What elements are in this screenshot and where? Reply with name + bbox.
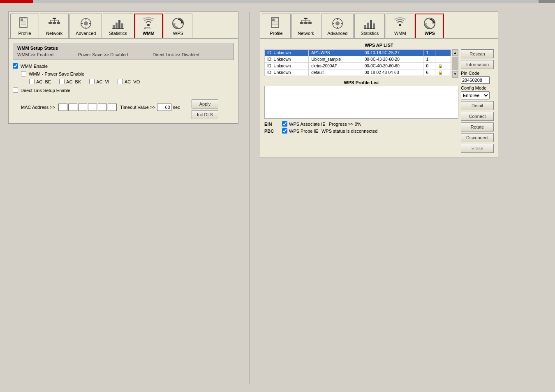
left-tab-network-label: Network [46, 31, 62, 36]
ap-id-3: ID: Unknown [265, 63, 309, 69]
table-row[interactable]: ID: Unknown AP1-WPS 00-10-18-9C-25-27 1 [265, 50, 451, 56]
ein-row: EIN WPS Associate IE Progress >> 0% [264, 121, 458, 127]
mac-segment-1[interactable] [58, 104, 67, 111]
config-mode-select[interactable]: Enrollee Registrar [461, 91, 490, 99]
main-container: Profile Network [0, 3, 555, 392]
pbc-label: PBC [264, 129, 279, 134]
left-tab-wmm[interactable]: WPS WMM [134, 14, 163, 38]
right-network-icon [299, 17, 312, 30]
svg-point-57 [399, 24, 401, 26]
rotate-button[interactable]: Rotate [461, 122, 494, 131]
ac-be-checkbox[interactable] [29, 79, 35, 84]
ap-list-scrollbar[interactable]: ▲ ▼ [452, 49, 458, 78]
mac-segment-4[interactable] [88, 104, 97, 111]
ac-vi-checkbox[interactable] [89, 79, 95, 84]
left-tab-advanced[interactable]: Advanced [69, 14, 102, 38]
ap-ssid-4: default [309, 69, 362, 76]
wps-right-layout: ID: Unknown AP1-WPS 00-10-18-9C-25-27 1 … [264, 49, 494, 153]
right-tab-statistics-label: Statistics [361, 31, 379, 36]
left-tab-profile-label: Profile [18, 31, 31, 36]
config-mode-label: Config Mode [461, 85, 494, 90]
wmm-powersave-checkbox[interactable] [21, 71, 26, 76]
mac-segment-2[interactable] [68, 104, 77, 111]
erase-button[interactable]: Erase [461, 144, 494, 153]
statistics-icon [111, 17, 125, 30]
table-row[interactable]: ID: Unknown dxrint-2000AP 00-0C-40-20-60… [265, 63, 451, 69]
wps-associate-ie-row: WPS Associate IE [282, 121, 326, 127]
wps-probe-ie-checkbox[interactable] [282, 128, 287, 134]
ac-vo-label: AC_VO [125, 79, 140, 84]
left-tab-wps[interactable]: WPS [164, 14, 192, 38]
wmm-enabled-text: WMM >> Enabled [17, 52, 53, 57]
top-bar-accent [0, 0, 33, 3]
wps-associate-ie-checkbox[interactable] [282, 121, 287, 127]
wmm-enable-label: WMM Enable [21, 64, 48, 69]
svg-rect-52 [364, 25, 366, 29]
direct-link-section: Direct Link Setup Enable MAC Address >> … [13, 88, 234, 119]
table-row[interactable]: ID: Unknown Ubicom_sample 00-0C-43-28-60… [265, 56, 451, 63]
ap-ssid-1: AP1-WPS [309, 50, 362, 56]
right-tab-network[interactable]: Network [291, 14, 320, 38]
top-bar [0, 0, 555, 3]
wps-ap-list-title: WPS AP LIST [264, 43, 494, 48]
scroll-thumb[interactable] [452, 57, 458, 70]
right-tab-wps[interactable]: WPS [415, 14, 444, 38]
wmm-enable-checkbox[interactable] [13, 63, 18, 69]
mac-segment-5[interactable] [98, 104, 107, 111]
right-tab-advanced[interactable]: Advanced [321, 14, 354, 38]
timeout-input[interactable] [157, 104, 171, 111]
wmm-powersave-label: WMM - Power Save Enable [29, 71, 84, 76]
advanced-icon [79, 17, 92, 30]
rescan-button[interactable]: Rescan [461, 49, 494, 58]
mac-input-group [58, 104, 117, 111]
ap-auth-4: 6 [423, 69, 435, 76]
table-row[interactable]: ID: Unknown default 00-18-02-48-04-6B 6 … [265, 69, 451, 76]
left-panel: Profile Network [8, 12, 238, 384]
left-tab-profile[interactable]: Profile [10, 14, 39, 38]
pin-code-label: Pin Code [461, 71, 494, 76]
scroll-down-arrow[interactable]: ▼ [452, 71, 458, 77]
wps-profile-list [264, 86, 458, 119]
ap-encry-2 [435, 56, 451, 63]
right-statistics-icon [363, 17, 376, 30]
right-tab-statistics[interactable]: Statistics [354, 14, 385, 38]
mac-address-label: MAC Address >> [21, 105, 55, 110]
svg-rect-6 [49, 22, 52, 24]
ap-auth-1: 1 [423, 50, 435, 56]
ac-vo-checkbox-row: AC_VO [118, 79, 140, 84]
wps-main-area: ID: Unknown AP1-WPS 00-10-18-9C-25-27 1 … [264, 49, 458, 153]
ac-bk-checkbox[interactable] [59, 79, 65, 84]
ap-id-1: ID: Unknown [265, 50, 309, 56]
direct-link-checkbox[interactable] [13, 88, 18, 93]
top-bar-right [539, 0, 555, 3]
right-tab-network-label: Network [298, 31, 314, 36]
scroll-up-arrow[interactable]: ▲ [452, 50, 458, 56]
ac-vo-checkbox[interactable] [118, 79, 123, 84]
svg-rect-54 [370, 20, 372, 29]
right-tab-wmm[interactable]: WMM [386, 14, 414, 38]
disconnect-button[interactable]: Disconnect [461, 133, 494, 142]
direct-link-row: MAC Address >> Timeout Value >> sec [21, 95, 234, 119]
information-button[interactable]: Information [461, 60, 494, 69]
left-tab-network[interactable]: Network [40, 14, 69, 38]
mac-segment-6[interactable] [108, 104, 117, 111]
wmm-enable-row: WMM Enable [13, 63, 234, 69]
wps-probe-ie-label: WPS Probe IE [289, 129, 318, 134]
svg-point-26 [147, 24, 150, 26]
ac-be-label: AC_BE [36, 79, 51, 84]
right-tab-profile[interactable]: Profile [262, 14, 291, 38]
left-tab-bar: Profile Network [8, 12, 238, 38]
left-tab-statistics[interactable]: Statistics [103, 14, 133, 38]
pin-code-input[interactable]: 28460208 [461, 76, 490, 84]
ap-encry-4: 🔒 [435, 69, 451, 76]
init-button[interactable]: Init DLS [192, 110, 218, 119]
right-wmm-icon [393, 17, 407, 30]
profile-icon [18, 17, 31, 30]
mac-segment-3[interactable] [78, 104, 87, 111]
svg-rect-37 [300, 22, 303, 24]
connect-button[interactable]: Connect [461, 112, 494, 121]
detail-button[interactable]: Detail [461, 101, 494, 110]
ein-label: EIN [264, 122, 279, 127]
apply-button[interactable]: Apply [192, 99, 218, 108]
right-panel: Profile Network [260, 12, 498, 384]
